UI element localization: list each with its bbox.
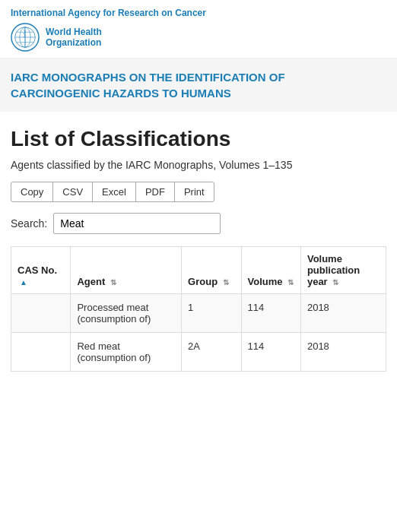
- subtitle: Agents classified by the IARC Monographs…: [11, 159, 386, 171]
- banner-text: IARC MONOGRAPHS ON THE IDENTIFICATION OF…: [11, 69, 386, 101]
- col-header-volume: Volume ⇅: [241, 247, 300, 294]
- page-header: International Agency for Research on Can…: [0, 0, 397, 59]
- sort-year-icon: ⇅: [332, 278, 338, 287]
- cell-cas: [11, 294, 71, 333]
- cell-group: 2A: [182, 333, 241, 372]
- classifications-table: CAS No. ▲ Agent ⇅ Group ⇅ Volume ⇅ Volum…: [11, 246, 386, 372]
- sort-agent-icon: ⇅: [110, 278, 116, 287]
- blue-banner: IARC MONOGRAPHS ON THE IDENTIFICATION OF…: [0, 59, 397, 112]
- toolbar: Copy CSV Excel PDF Print: [11, 182, 386, 202]
- csv-button[interactable]: CSV: [52, 182, 93, 202]
- table-header-row: CAS No. ▲ Agent ⇅ Group ⇅ Volume ⇅ Volum…: [11, 247, 386, 294]
- cell-volume: 114: [241, 294, 300, 333]
- copy-button[interactable]: Copy: [11, 182, 53, 202]
- col-header-group: Group ⇅: [182, 247, 241, 294]
- table-row: Processed meat (consumption of)11142018: [11, 294, 386, 333]
- sort-asc-icon: ▲: [20, 278, 27, 287]
- sort-volume-icon: ⇅: [287, 278, 294, 287]
- pdf-button[interactable]: PDF: [135, 182, 175, 202]
- who-text: World Health Organization: [46, 27, 102, 48]
- cell-year: 2018: [300, 333, 386, 372]
- cell-year: 2018: [300, 294, 386, 333]
- sort-group-icon: ⇅: [223, 278, 229, 287]
- cell-group: 1: [182, 294, 241, 333]
- iarc-link[interactable]: International Agency for Research on Can…: [11, 8, 386, 18]
- col-header-year: Volume publication year ⇅: [300, 247, 386, 294]
- search-row: Search:: [11, 213, 386, 234]
- who-logo-area: World Health Organization: [11, 23, 386, 52]
- search-input[interactable]: [53, 213, 221, 234]
- who-org: Organization: [46, 37, 102, 48]
- who-emblem-icon: [11, 23, 40, 52]
- cell-agent: Red meat (consumption of): [71, 333, 182, 372]
- col-header-cas: CAS No. ▲: [11, 247, 71, 294]
- page-title: List of Classifications: [11, 127, 386, 151]
- cell-agent: Processed meat (consumption of): [71, 294, 182, 333]
- banner-line1: IARC MONOGRAPHS ON THE IDENTIFICATION OF: [11, 71, 285, 84]
- print-button[interactable]: Print: [174, 182, 214, 202]
- search-label: Search:: [11, 217, 47, 230]
- col-header-agent: Agent ⇅: [71, 247, 182, 294]
- table-row: Red meat (consumption of)2A1142018: [11, 333, 386, 372]
- banner-line2: CARCINOGENIC HAZARDS TO HUMANS: [11, 87, 231, 100]
- cell-volume: 114: [241, 333, 300, 372]
- who-world: World Health: [46, 27, 102, 37]
- excel-button[interactable]: Excel: [92, 182, 136, 202]
- main-content: List of Classifications Agents classifie…: [0, 112, 397, 382]
- table-body: Processed meat (consumption of)11142018R…: [11, 294, 386, 372]
- cell-cas: [11, 333, 71, 372]
